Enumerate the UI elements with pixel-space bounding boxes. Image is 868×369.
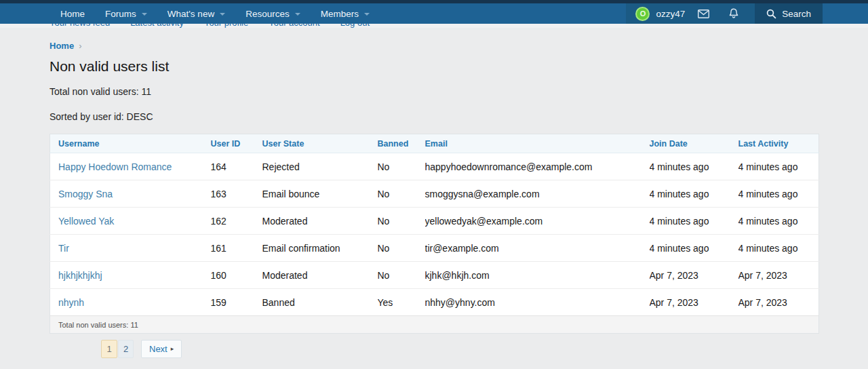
username-label[interactable]: ozzy47 [656,9,685,19]
search-icon [766,9,776,19]
cell: tir@example.com [425,235,650,262]
chevron-down-icon [364,13,370,16]
cell: nhhy@yhny.com [425,289,650,316]
cell: No [378,208,425,235]
column-header-last-activity[interactable]: Last Activity [738,134,819,153]
nav-item-label: Home [60,9,85,19]
table-row: Happy Hoedown Romance164RejectedNohappyh… [50,153,819,180]
page-title: Non valid users list [50,56,868,77]
cell: 164 [211,153,262,180]
page-content: Home › Non valid users list Total non va… [0,28,868,358]
nav-item-label: Resources [245,9,290,19]
cell-username: Happy Hoedown Romance [50,153,211,180]
avatar[interactable]: O [635,7,650,21]
table-header: Username User ID User State Banned Email… [50,134,819,153]
cell: kjhk@hkjh.com [425,262,650,289]
cell: Yes [378,289,425,316]
chevron-down-icon [142,13,147,16]
cell: 4 minutes ago [650,235,738,262]
username-link[interactable]: Smoggy Sna [58,189,113,199]
total-users-text: Total non valid users: 11 [50,86,868,98]
cell: yellowedyak@example.com [425,208,650,235]
mail-icon[interactable] [691,9,716,18]
table-row: Smoggy Sna163Email bounceNosmoggysna@exa… [50,180,819,208]
table-row: Tir161Email confirmationNotir@example.co… [50,235,819,262]
breadcrumb: Home › [50,40,868,51]
breadcrumb-home-link[interactable]: Home [50,41,74,51]
pagination: 1 2 Next ▸ [101,340,868,358]
cell: Apr 7, 2023 [738,262,819,289]
bell-icon[interactable] [722,8,745,19]
cell-username: Yellowed Yak [50,208,211,235]
table-body: Happy Hoedown Romance164RejectedNohappyh… [50,153,819,316]
table-footer-total: Total non valid users: 11 [50,316,819,334]
column-header-banned[interactable]: Banned [378,134,425,153]
cell: 4 minutes ago [650,180,738,208]
column-header-username[interactable]: Username [50,134,211,153]
nav-item-members[interactable]: Members [311,3,380,24]
chevron-down-icon [220,13,225,16]
cell: 4 minutes ago [738,208,819,235]
cell: 4 minutes ago [650,208,738,235]
cell: Rejected [262,153,378,180]
subnav-link-your-account[interactable]: Your account [269,24,319,28]
column-header-user-id[interactable]: User ID [211,134,262,153]
next-page-button[interactable]: Next ▸ [141,340,182,358]
cell: 4 minutes ago [738,153,819,180]
cell-username: Smoggy Sna [50,180,211,208]
page-button-2[interactable]: 2 [118,340,134,358]
nav-item-forums[interactable]: Forums [95,3,157,24]
cell: 4 minutes ago [738,180,819,208]
nav-item-home[interactable]: Home [50,3,95,24]
subnav-link-latest-activity[interactable]: Latest activity [130,24,184,28]
next-label: Next [149,341,167,357]
cell: No [378,262,425,289]
nav-item-resources[interactable]: Resources [235,3,311,24]
cell: 4 minutes ago [650,153,738,180]
nav-item-label: Forums [105,9,136,19]
cell: Moderated [262,208,378,235]
subnav-link-your-profile[interactable]: Your profile [204,24,248,28]
nav-item-whats-new[interactable]: What's new [157,3,235,24]
cell: 160 [211,262,262,289]
table-row: Yellowed Yak162ModeratedNoyellowedyak@ex… [50,208,819,235]
nav-item-label: Members [321,9,359,19]
non-valid-users-table: Username User ID User State Banned Email… [50,134,819,334]
page-button-1[interactable]: 1 [101,340,117,358]
subnav-link-news-feed[interactable]: Your news feed [50,24,110,28]
cell: Apr 7, 2023 [650,262,738,289]
cell: Moderated [262,262,378,289]
sort-order-text: Sorted by user id: DESC [50,111,868,123]
table-row: hjkhjkhjkhj160ModeratedNokjhk@hkjh.comAp… [50,262,819,289]
username-link[interactable]: Tir [58,243,69,254]
table-row: nhynh159BannedYesnhhy@yhny.comApr 7, 202… [50,289,819,316]
cell: 4 minutes ago [738,235,819,262]
search-button[interactable]: Search [755,3,823,24]
cell: 162 [211,208,262,235]
column-header-join-date[interactable]: Join Date [650,134,738,153]
column-header-email[interactable]: Email [425,134,650,153]
cell: Apr 7, 2023 [650,289,738,316]
cell: Email confirmation [262,235,378,262]
table-footer: Total non valid users: 11 [50,316,819,334]
cell: No [378,235,425,262]
main-navbar: Home Forums What's new Resources Members… [0,3,868,24]
breadcrumb-separator: › [79,41,81,51]
next-arrow-icon: ▸ [171,341,174,357]
cell: Banned [262,289,378,316]
account-menu[interactable]: O ozzy47 [626,3,755,24]
cell-username: Tir [50,235,211,262]
cell: happyhoedownromance@example.com [425,153,650,180]
cell: 163 [211,180,262,208]
username-link[interactable]: nhynh [58,297,84,308]
username-link[interactable]: Happy Hoedown Romance [58,161,172,172]
username-link[interactable]: Yellowed Yak [58,216,114,227]
cell-username: hjkhjkhjkhj [50,262,211,289]
username-link[interactable]: hjkhjkhjkhj [58,270,102,281]
navbar-right-section: O ozzy47 Search [626,3,868,24]
cell: 161 [211,235,262,262]
cell: smoggysna@example.com [425,180,650,208]
nav-item-label: What's new [167,9,214,19]
subnav-link-log-out[interactable]: Log out [340,24,370,28]
column-header-user-state[interactable]: User State [262,134,378,153]
